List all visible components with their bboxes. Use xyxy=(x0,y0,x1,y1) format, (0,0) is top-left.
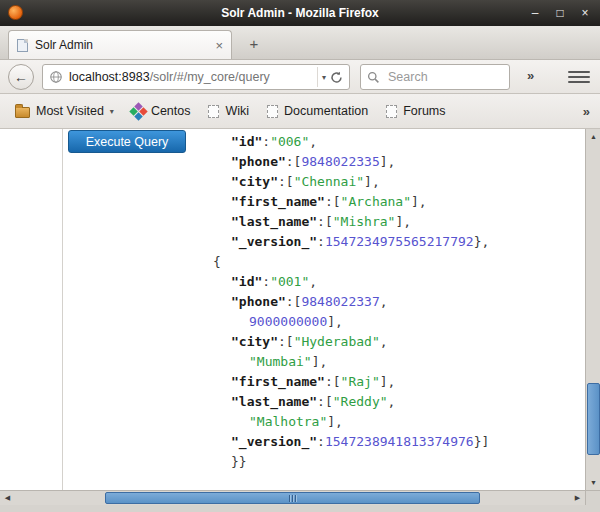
execute-query-button[interactable]: Execute Query xyxy=(68,130,186,153)
reload-icon[interactable] xyxy=(330,71,345,84)
json-output: "id":"006","phone":[9848022335],"city":[… xyxy=(213,132,489,472)
bookmark-label: Forums xyxy=(403,104,445,118)
bookmarks-toolbar: Most Visited▾CentosWikiDocumentationForu… xyxy=(0,94,600,129)
bookmark-label: Centos xyxy=(151,104,191,118)
json-line: "id":"001", xyxy=(213,272,489,292)
json-line: { xyxy=(213,252,489,272)
window-titlebar: Solr Admin - Mozilla Firefox – □ × xyxy=(0,0,600,26)
search-input[interactable] xyxy=(386,69,503,85)
horizontal-scrollbar[interactable]: ◀ ▶ xyxy=(0,490,585,505)
bookmark-item[interactable]: Forums xyxy=(377,101,454,121)
url-host: localhost:8983 xyxy=(69,70,150,84)
chevron-down-icon[interactable]: ▾ xyxy=(322,73,326,82)
maximize-icon[interactable]: □ xyxy=(553,6,567,20)
bookmarks-list: Most Visited▾CentosWikiDocumentationForu… xyxy=(6,101,455,121)
json-line: 9000000000], xyxy=(213,312,489,332)
browser-window: Solr Admin - Mozilla Firefox – □ × Solr … xyxy=(0,0,600,512)
json-line: }} xyxy=(213,452,489,472)
page-icon xyxy=(208,105,219,118)
page-content: Execute Query "id":"006","phone":[984802… xyxy=(0,129,585,490)
folder-icon xyxy=(15,107,30,118)
json-line: "phone":[9848022335], xyxy=(213,152,489,172)
window-controls: – □ × xyxy=(528,0,592,26)
globe-icon xyxy=(49,70,63,84)
json-line: "_version_":1547238941813374976}] xyxy=(213,432,489,452)
close-icon[interactable]: × xyxy=(578,6,592,20)
json-line: "last_name":["Mishra"], xyxy=(213,212,489,232)
bookmarks-overflow-icon[interactable]: » xyxy=(583,104,594,119)
url-bar[interactable]: localhost:8983/solr/#/my_core/query ▾ xyxy=(42,64,350,90)
minimize-icon[interactable]: – xyxy=(528,6,542,20)
tab-solr-admin[interactable]: Solr Admin × xyxy=(8,30,232,59)
vertical-scrollbar-thumb[interactable] xyxy=(587,383,600,455)
window-bottom-edge xyxy=(0,505,600,512)
json-line: "Malhotra"], xyxy=(213,412,489,432)
tab-close-icon[interactable]: × xyxy=(215,39,223,52)
json-line: "first_name":["Archana"], xyxy=(213,192,489,212)
bookmark-item[interactable]: Documentation xyxy=(258,101,377,121)
back-button[interactable]: ← xyxy=(8,64,34,90)
json-line: "Mumbai"], xyxy=(213,352,489,372)
json-line: "city":["Hyderabad", xyxy=(213,332,489,352)
navigation-toolbar: ← localhost:8983/solr/#/my_core/query ▾ xyxy=(0,60,600,94)
json-line: "city":["Chennai"], xyxy=(213,172,489,192)
search-box xyxy=(360,64,510,90)
json-line: "phone":[9848022337, xyxy=(213,292,489,312)
json-line: "first_name":["Raj"], xyxy=(213,372,489,392)
bookmark-label: Documentation xyxy=(284,104,368,118)
scroll-up-icon[interactable]: ▲ xyxy=(586,129,600,144)
horizontal-scrollbar-thumb[interactable] xyxy=(105,492,480,504)
tab-label: Solr Admin xyxy=(35,38,208,52)
search-icon xyxy=(367,71,380,84)
scroll-right-icon[interactable]: ▶ xyxy=(570,491,585,506)
url-input[interactable]: localhost:8983/solr/#/my_core/query xyxy=(69,70,317,84)
url-path: /solr/#/my_core/query xyxy=(150,70,270,84)
scroll-down-icon[interactable]: ▼ xyxy=(586,475,600,490)
scrollbar-corner xyxy=(585,490,600,505)
bookmark-item[interactable]: Wiki xyxy=(199,101,258,121)
centos-icon xyxy=(129,102,147,120)
page-icon xyxy=(386,105,397,118)
page-icon xyxy=(267,105,278,118)
vertical-scrollbar[interactable]: ▲ ▼ xyxy=(585,129,600,490)
window-title: Solr Admin - Mozilla Firefox xyxy=(0,0,600,26)
bookmark-item[interactable]: Centos xyxy=(123,101,200,121)
chevron-down-icon: ▾ xyxy=(110,107,114,116)
scroll-left-icon[interactable]: ◀ xyxy=(0,491,15,506)
bookmark-label: Most Visited xyxy=(36,104,104,118)
json-line: "id":"006", xyxy=(213,132,489,152)
json-line: "last_name":["Reddy", xyxy=(213,392,489,412)
tab-bar: Solr Admin × + xyxy=(0,26,600,60)
hamburger-menu-icon[interactable] xyxy=(568,68,590,86)
page-favicon xyxy=(17,39,28,52)
json-line: "_version_":1547234975565217792}, xyxy=(213,232,489,252)
url-bar-controls: ▾ xyxy=(317,67,345,87)
bookmark-item[interactable]: Most Visited▾ xyxy=(6,101,123,121)
toolbar-overflow-icon[interactable]: » xyxy=(527,68,534,83)
sidebar-divider xyxy=(62,129,63,490)
bookmark-label: Wiki xyxy=(225,104,249,118)
new-tab-button[interactable]: + xyxy=(241,33,267,55)
